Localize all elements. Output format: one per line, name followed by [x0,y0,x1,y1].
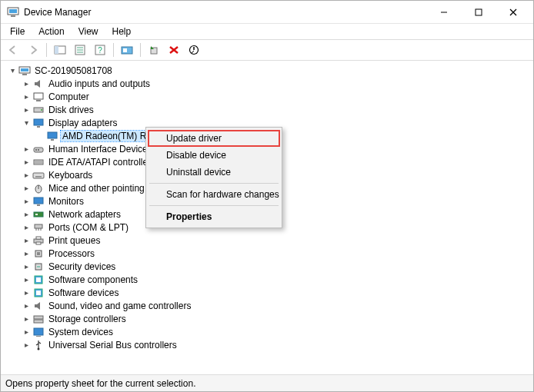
network-icon [32,208,45,221]
chevron-right-icon[interactable]: ▸ [21,288,32,297]
tree-item-label: IDE ATA/ATAPI controllers [47,157,157,168]
context-menu-update-driver[interactable]: Update driver [148,130,280,147]
menu-help[interactable]: Help [106,25,138,38]
help-toolbar-button[interactable]: ? [91,42,109,58]
show-hide-console-tree-button[interactable] [51,42,69,58]
chevron-right-icon[interactable]: ▸ [21,105,32,114]
svg-rect-46 [35,224,42,228]
tree-item-sound[interactable]: ▸Sound, video and game controllers [21,299,533,312]
svg-rect-16 [123,48,127,52]
svg-rect-22 [21,68,28,71]
security-icon [32,261,45,273]
svg-rect-48 [36,237,41,239]
context-menu-separator [149,205,279,206]
context-menu-properties[interactable]: Properties [148,208,280,225]
tree-item-storage[interactable]: ▸Storage controllers [21,312,533,325]
scan-hardware-toolbar-button[interactable] [118,42,136,58]
disk-icon [32,104,45,116]
forward-button[interactable] [24,42,42,58]
svg-rect-25 [36,100,41,101]
chevron-right-icon[interactable]: ▸ [21,275,32,284]
tree-root[interactable]: ▾ SC-201905081708 [7,64,533,77]
tree-item-processors[interactable]: ▸Processors [21,247,533,260]
chevron-right-icon[interactable]: ▸ [21,314,32,323]
svg-rect-42 [34,198,43,204]
context-menu: Update driver Disable device Uninstall d… [145,127,282,228]
properties-toolbar-button[interactable] [71,42,89,58]
svg-rect-35 [34,160,43,164]
tree-item-audio[interactable]: ▸Audio inputs and outputs [21,77,533,90]
svg-point-61 [38,347,40,350]
menu-action[interactable]: Action [32,25,70,38]
svg-rect-54 [36,277,41,282]
tree-item-print[interactable]: ▸Print queues [21,234,533,247]
svg-rect-49 [36,242,41,244]
svg-rect-59 [34,328,43,335]
tree-item-label: System devices [47,327,115,337]
system-icon [32,326,45,338]
context-menu-scan-hardware[interactable]: Scan for hardware changes [148,186,280,203]
chevron-right-icon[interactable]: ▸ [21,92,32,101]
display-icon [46,130,58,142]
disable-toolbar-button[interactable] [185,42,203,58]
tree-item-amd-radeon[interactable]: ▸AMD Radeon(TM) RX Vega 11 Graphics [35,129,533,142]
tree-item-software-components[interactable]: ▸Software components [21,273,533,286]
chevron-right-icon[interactable]: ▸ [21,197,32,205]
chevron-right-icon[interactable]: ▸ [21,341,32,349]
svg-point-27 [41,109,42,111]
chevron-right-icon[interactable]: ▸ [21,210,32,218]
tree-item-label: Ports (COM & LPT) [47,222,130,233]
svg-rect-29 [37,126,40,128]
chevron-right-icon[interactable]: ▸ [21,236,32,244]
svg-rect-39 [35,176,42,178]
hid-icon [32,143,45,155]
chevron-right-icon[interactable]: ▸ [21,184,32,192]
tree-item-label: Monitors [47,196,85,207]
audio-icon [32,78,45,90]
chevron-down-icon[interactable]: ▾ [7,66,18,75]
update-driver-toolbar-button[interactable] [145,42,163,58]
ide-icon [32,156,45,168]
printer-icon [32,234,45,247]
chevron-right-icon[interactable]: ▸ [21,262,32,271]
tree-item-computer[interactable]: ▸Computer [21,90,533,103]
chevron-right-icon[interactable]: ▸ [21,301,32,310]
computer-icon [32,91,45,103]
svg-rect-28 [34,119,43,125]
tree-item-usb[interactable]: ▸Universal Serial Bus controllers [21,338,533,351]
chevron-right-icon[interactable]: ▸ [21,145,32,153]
svg-rect-31 [51,139,54,141]
svg-rect-1 [9,9,17,13]
chevron-right-icon[interactable]: ▸ [21,158,32,166]
tree-item-system[interactable]: ▸System devices [21,325,533,338]
back-button[interactable] [4,42,22,58]
chevron-down-icon[interactable]: ▾ [21,118,32,127]
tree-item-label: Human Interface Devices [47,144,154,154]
menu-view[interactable]: View [72,25,105,38]
svg-point-34 [38,149,39,151]
maximize-button[interactable] [461,2,496,23]
device-tree[interactable]: ▾ SC-201905081708 ▸Audio inputs and outp… [1,61,533,374]
context-menu-uninstall-device[interactable]: Uninstall device [148,164,280,181]
close-button[interactable] [496,2,530,23]
svg-rect-2 [11,15,15,17]
tree-item-software-devices[interactable]: ▸Software devices [21,286,533,299]
svg-rect-43 [37,204,40,206]
tree-item-disk[interactable]: ▸Disk drives [21,103,533,116]
minimize-button[interactable] [426,2,461,23]
uninstall-toolbar-button[interactable] [165,42,183,58]
tree-item-security[interactable]: ▸Security devices [21,260,533,273]
chevron-right-icon[interactable]: ▸ [21,327,32,336]
tree-item-label: Storage controllers [47,314,128,324]
svg-rect-51 [37,252,40,255]
chevron-right-icon[interactable]: ▸ [21,79,32,88]
menu-file[interactable]: File [4,25,31,38]
software-icon [32,274,45,286]
svg-rect-45 [35,214,38,215]
svg-rect-44 [34,212,43,217]
chevron-right-icon[interactable]: ▸ [21,249,32,257]
chevron-right-icon[interactable]: ▸ [21,223,32,231]
context-menu-disable-device[interactable]: Disable device [148,147,280,164]
display-icon [32,117,45,129]
chevron-right-icon[interactable]: ▸ [21,171,32,179]
